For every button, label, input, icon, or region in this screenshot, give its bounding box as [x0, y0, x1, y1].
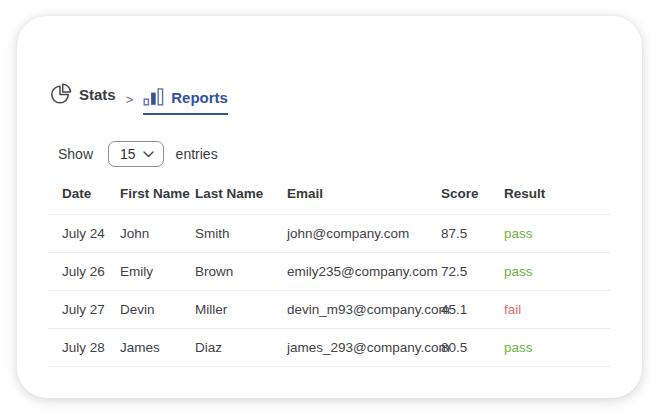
- page-size-select[interactable]: 15: [108, 141, 164, 167]
- content-card: Stats > Reports Show 15 entries: [17, 16, 642, 398]
- table-row: July 27 Devin Miller devin_m93@company.c…: [48, 290, 610, 328]
- page: Stats > Reports Show 15 entries: [0, 0, 659, 420]
- email-cell: john@company.com: [287, 214, 441, 252]
- date-cell: July 24: [48, 214, 120, 252]
- bar-chart-icon: [143, 88, 164, 106]
- column-header-last-name: Last Name: [195, 174, 287, 214]
- column-header-first-name: First Name: [120, 174, 195, 214]
- first-name-cell: John: [120, 214, 195, 252]
- pie-chart-icon: [49, 83, 72, 106]
- entries-label: entries: [176, 146, 218, 162]
- column-header-result: Result: [504, 174, 610, 214]
- score-cell: 72.5: [441, 252, 504, 290]
- table-row: July 24 John Smith john@company.com 87.5…: [48, 214, 610, 252]
- first-name-cell: Emily: [120, 252, 195, 290]
- last-name-cell: Miller: [195, 290, 287, 328]
- date-cell: July 27: [48, 290, 120, 328]
- email-cell: devin_m93@company.com: [287, 290, 441, 328]
- result-cell: pass: [504, 252, 610, 290]
- result-cell: pass: [504, 214, 610, 252]
- breadcrumb-item-stats[interactable]: Stats: [49, 83, 116, 115]
- breadcrumb-reports-label: Reports: [171, 90, 228, 105]
- last-name-cell: Diaz: [195, 328, 287, 366]
- breadcrumb: Stats > Reports: [49, 83, 228, 115]
- first-name-cell: Devin: [120, 290, 195, 328]
- column-header-date: Date: [48, 174, 120, 214]
- chevron-down-icon: [143, 151, 154, 158]
- result-cell: fail: [504, 290, 610, 328]
- reports-table: Date First Name Last Name Email Score Re…: [48, 174, 610, 367]
- email-cell: emily235@company.com: [287, 252, 441, 290]
- breadcrumb-separator: >: [126, 93, 134, 115]
- last-name-cell: Smith: [195, 214, 287, 252]
- table-header: Date First Name Last Name Email Score Re…: [48, 174, 610, 214]
- table-row: July 26 Emily Brown emily235@company.com…: [48, 252, 610, 290]
- date-cell: July 26: [48, 252, 120, 290]
- column-header-score: Score: [441, 174, 504, 214]
- score-cell: 80.5: [441, 328, 504, 366]
- page-size-value: 15: [120, 146, 136, 162]
- last-name-cell: Brown: [195, 252, 287, 290]
- result-cell: pass: [504, 328, 610, 366]
- date-cell: July 28: [48, 328, 120, 366]
- entries-control: Show 15 entries: [58, 141, 218, 167]
- email-cell: james_293@company.com: [287, 328, 441, 366]
- first-name-cell: James: [120, 328, 195, 366]
- table-row: July 28 James Diaz james_293@company.com…: [48, 328, 610, 366]
- breadcrumb-item-reports[interactable]: Reports: [143, 88, 228, 115]
- score-cell: 87.5: [441, 214, 504, 252]
- breadcrumb-stats-label: Stats: [79, 87, 116, 102]
- show-label: Show: [58, 146, 93, 162]
- score-cell: 45.1: [441, 290, 504, 328]
- column-header-email: Email: [287, 174, 441, 214]
